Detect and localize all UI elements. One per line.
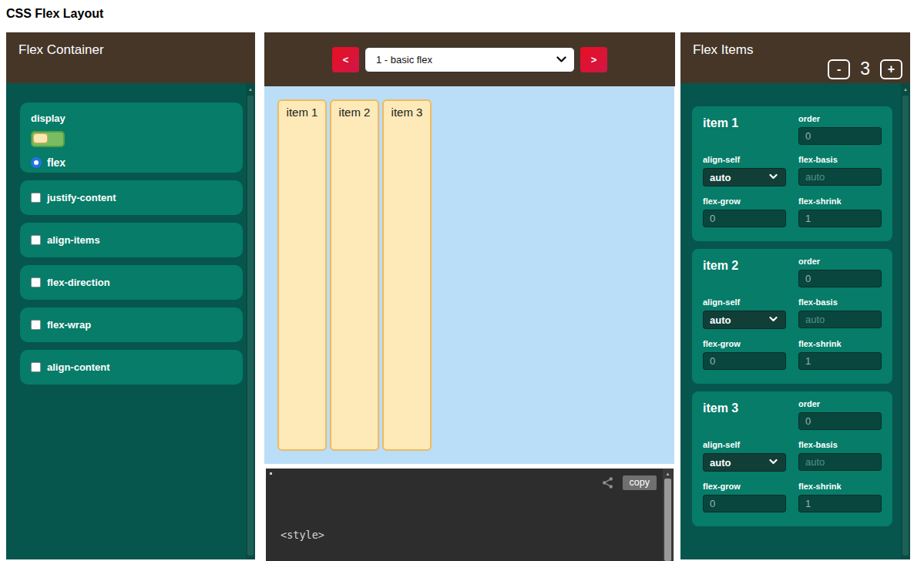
order-input[interactable]	[798, 412, 882, 430]
flex-container-header: Flex Container	[6, 32, 255, 83]
flex-item-box-3: item 3	[382, 99, 432, 451]
flex-basis-input[interactable]	[798, 453, 882, 471]
flex-item-box-1: item 1	[277, 99, 327, 451]
align-self-field: align-self auto	[703, 440, 786, 472]
flex-direction-checkbox[interactable]	[31, 277, 41, 287]
scroll-up-icon[interactable]: ▲	[901, 86, 910, 92]
align-content-label: align-content	[47, 361, 110, 373]
align-items-checkbox[interactable]	[31, 235, 41, 245]
flex-wrap-checkbox[interactable]	[31, 320, 41, 330]
preview-panel: < 1 - basic flex > item 1 item 2 item 3	[264, 32, 675, 561]
align-self-select[interactable]: auto	[703, 168, 786, 186]
align-self-select-wrap: auto	[703, 455, 786, 469]
page: CSS Flex Layout Flex Container display f…	[0, 0, 924, 561]
copy-button[interactable]: copy	[623, 475, 657, 490]
right-panel-scrollbar[interactable]: ▲	[901, 83, 910, 559]
flex-basis-label: flex-basis	[798, 155, 882, 164]
scroll-up-icon[interactable]: ▲	[663, 471, 673, 477]
order-label: order	[798, 399, 882, 408]
next-preset-button[interactable]: >	[580, 47, 607, 72]
code-bullet-dot	[270, 472, 272, 475]
flex-grow-input[interactable]	[703, 352, 786, 370]
flex-grow-input[interactable]	[703, 495, 786, 512]
display-property-card: display flex	[20, 102, 243, 173]
align-self-label: align-self	[703, 297, 786, 307]
flex-shrink-input[interactable]	[798, 495, 882, 512]
align-items-label: align-items	[47, 234, 100, 246]
justify-content-label: justify-content	[47, 192, 116, 203]
flex-wrap-label: flex-wrap	[47, 319, 91, 331]
justify-content-checkbox[interactable]	[31, 193, 41, 203]
flex-item-box-2: item 2	[330, 99, 379, 451]
decrease-items-button[interactable]: -	[828, 59, 850, 79]
flex-grow-input[interactable]	[703, 210, 786, 227]
flex-basis-field: flex-basis	[798, 155, 882, 186]
flex-preview-container: item 1 item 2 item 3	[264, 86, 674, 464]
order-label: order	[798, 257, 882, 266]
flex-grow-field: flex-grow	[703, 197, 786, 227]
item-card-heading: item 2	[703, 257, 786, 287]
flex-radio-button[interactable]	[31, 157, 42, 168]
flex-shrink-input[interactable]	[798, 210, 882, 227]
flex-shrink-label: flex-shrink	[798, 482, 882, 491]
property-card-justify-content: justify-content	[20, 180, 243, 215]
left-panel-scrollbar-thumb[interactable]	[247, 96, 254, 556]
item-count-value: 3	[860, 59, 870, 79]
flex-container-title: Flex Container	[18, 42, 104, 58]
container-properties-list: display flex justify-content align-item	[20, 102, 243, 392]
flex-shrink-field: flex-shrink	[798, 339, 882, 370]
code-panel: copy <style> .flex-container { display: …	[266, 469, 674, 561]
flex-grow-label: flex-grow	[703, 339, 786, 348]
flex-radio-label: flex	[47, 156, 66, 169]
order-field: order	[798, 399, 882, 430]
flex-shrink-label: flex-shrink	[798, 339, 882, 348]
preset-select-wrap: 1 - basic flex	[365, 47, 575, 72]
item-card-heading: item 1	[703, 114, 786, 145]
flex-shrink-input[interactable]	[798, 352, 882, 370]
page-title: CSS Flex Layout	[6, 7, 103, 21]
flex-grow-label: flex-grow	[703, 197, 786, 206]
align-content-checkbox[interactable]	[31, 362, 41, 372]
align-self-select[interactable]: auto	[703, 453, 786, 472]
scroll-up-icon[interactable]: ▲	[246, 86, 255, 92]
order-input[interactable]	[798, 270, 882, 287]
item-count-controls: - 3 +	[828, 59, 902, 79]
preset-select[interactable]: 1 - basic flex	[365, 47, 575, 72]
display-toggle[interactable]	[31, 131, 65, 147]
flex-basis-label: flex-basis	[798, 297, 882, 307]
flex-radio-row[interactable]: flex	[31, 156, 232, 169]
flex-shrink-field: flex-shrink	[798, 197, 882, 227]
align-self-select-wrap: auto	[703, 313, 786, 326]
flex-basis-input[interactable]	[798, 311, 882, 328]
flex-basis-field: flex-basis	[798, 297, 882, 329]
order-field: order	[798, 114, 882, 145]
align-self-field: align-self auto	[703, 155, 786, 186]
order-input[interactable]	[798, 127, 882, 145]
property-card-align-items: align-items	[20, 223, 243, 257]
right-panel-scrollbar-thumb[interactable]	[902, 96, 909, 556]
flex-items-header: Flex Items - 3 +	[680, 32, 910, 83]
flex-items-panel: Flex Items - 3 + item 1 order	[680, 32, 910, 559]
code-toolbar: copy	[601, 475, 657, 490]
property-card-flex-wrap: flex-wrap	[20, 307, 243, 342]
share-icon[interactable]	[601, 476, 614, 489]
flex-basis-input[interactable]	[798, 168, 882, 186]
left-panel-scrollbar[interactable]: ▲	[246, 83, 255, 559]
flex-shrink-label: flex-shrink	[798, 197, 882, 206]
prev-preset-button[interactable]: <	[332, 47, 359, 72]
flex-shrink-field: flex-shrink	[798, 482, 882, 512]
align-self-field: align-self auto	[703, 297, 786, 329]
order-field: order	[798, 257, 882, 287]
item-card-2: item 2 order align-self auto	[692, 249, 892, 384]
align-self-label: align-self	[703, 155, 786, 164]
code-block: <style> .flex-container { display: flex;	[281, 499, 399, 561]
item-card-3: item 3 order align-self auto	[692, 391, 892, 526]
code-scrollbar[interactable]: ▲	[663, 469, 673, 561]
code-scrollbar-thumb[interactable]	[664, 479, 671, 561]
display-property-label: display	[31, 113, 232, 124]
flex-grow-field: flex-grow	[703, 339, 786, 370]
align-self-select[interactable]: auto	[703, 311, 786, 329]
increase-items-button[interactable]: +	[880, 59, 902, 79]
flex-items-title: Flex Items	[693, 42, 753, 58]
flex-direction-label: flex-direction	[47, 277, 110, 288]
